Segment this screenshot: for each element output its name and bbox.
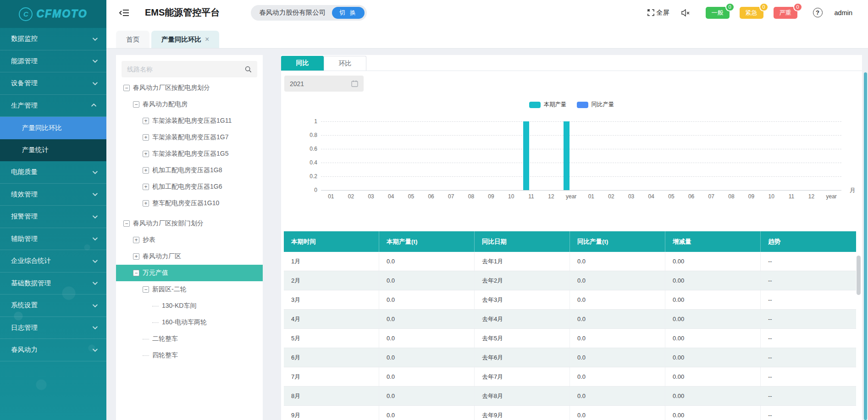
period-tab-1[interactable]: 环比 <box>324 56 366 71</box>
tree-node-12[interactable]: −新园区-二轮 <box>116 281 263 298</box>
tree-node-15[interactable]: 二轮整车 <box>116 331 263 347</box>
sidebar-item-7[interactable]: 辅助管理 <box>0 228 106 251</box>
tree-node-4[interactable]: +车架涂装配电房变压器1G5 <box>116 146 263 162</box>
x-axis-tick-label: year <box>561 193 581 200</box>
nav-tabbar: 首页产量同比环比× <box>106 25 868 49</box>
table-row: 3月0.0去年3月0.00.00-- <box>284 290 856 310</box>
x-axis-tick-label: 07 <box>441 193 461 200</box>
tree-collapse-icon[interactable]: − <box>133 270 139 276</box>
tree-node-2[interactable]: +车架涂装配电房变压器1G11 <box>116 113 263 129</box>
main-scrollbar[interactable] <box>864 72 867 420</box>
tree-expand-icon[interactable]: + <box>143 134 149 141</box>
tree-expand-icon[interactable]: + <box>133 253 139 260</box>
table-cell: 9月 <box>284 406 379 420</box>
sidebar-subitem-0[interactable]: 产量同比环比 <box>0 117 106 139</box>
sidebar-item-label: 报警管理 <box>11 212 38 221</box>
table-cell: 去年7月 <box>475 367 570 386</box>
content-area: −春风动力厂区按配电房划分−春风动力配电房+车架涂装配电房变压器1G11+车架涂… <box>106 49 868 420</box>
gridline <box>321 149 841 149</box>
tree-expand-icon[interactable]: + <box>133 237 139 243</box>
tree-node-16[interactable]: 四轮整车 <box>116 347 263 364</box>
tree-expand-icon[interactable]: + <box>143 151 149 157</box>
gridline <box>321 135 841 136</box>
tree-node-6[interactable]: +机加工配电房变压器1G6 <box>116 179 263 195</box>
tab-home[interactable]: 首页 <box>116 31 149 48</box>
tree-collapse-icon[interactable]: − <box>123 220 130 227</box>
legend-item-0[interactable]: 本期产量 <box>529 101 567 109</box>
tree-node-label: 万元产值 <box>143 269 168 277</box>
sidebar-item-5[interactable]: 绩效管理 <box>0 184 106 206</box>
sidebar-item-4[interactable]: 电能质量 <box>0 161 106 184</box>
user-menu[interactable]: admin <box>835 9 853 16</box>
sidebar-item-0[interactable]: 数据监控 <box>0 28 106 50</box>
table-cell: 0.00 <box>665 348 761 367</box>
table-cell: 0.0 <box>379 367 475 386</box>
tree-node-11[interactable]: −万元产值 <box>116 265 263 281</box>
table-row: 7月0.0去年7月0.00.00-- <box>284 367 856 387</box>
collapse-sidebar-icon[interactable] <box>119 9 129 17</box>
table-scrollbar[interactable] <box>857 256 861 295</box>
tree-node-7[interactable]: +整车配电房变压器1G10 <box>116 195 263 212</box>
table-cell: 0.0 <box>379 290 475 309</box>
table-row: 2月0.0去年2月0.00.00-- <box>284 271 856 290</box>
company-name: 春风动力股份有限公司 <box>259 8 326 17</box>
period-tab-0[interactable]: 同比 <box>281 56 324 71</box>
sidebar-item-9[interactable]: 基础数据管理 <box>0 273 106 295</box>
sidebar-item-6[interactable]: 报警管理 <box>0 206 106 228</box>
tree-node-8[interactable]: −春风动力厂区按部门划分 <box>116 215 263 232</box>
alarm-badge-1[interactable]: 紧急0 <box>740 7 763 19</box>
year-value: 2021 <box>290 80 351 87</box>
bar-current-output[interactable] <box>564 121 569 190</box>
legend-item-1[interactable]: 同比产量 <box>577 101 614 109</box>
tree-collapse-icon[interactable]: − <box>123 85 130 91</box>
tree-collapse-icon[interactable]: − <box>133 101 139 108</box>
fullscreen-button[interactable]: 全屏 <box>647 9 669 17</box>
gridline <box>321 176 841 177</box>
search-input[interactable] <box>127 65 245 73</box>
tree-node-9[interactable]: +抄表 <box>116 232 263 248</box>
sidebar-subitem-1[interactable]: 产量统计 <box>0 139 106 162</box>
x-axis-tick-label: 01 <box>321 193 341 200</box>
tree-node-13[interactable]: 130-KD车间 <box>116 298 263 314</box>
tree-expand-icon[interactable]: + <box>143 200 149 207</box>
tree-node-0[interactable]: −春风动力厂区按配电房划分 <box>116 80 263 96</box>
sidebar-item-8[interactable]: 企业综合统计 <box>0 250 106 273</box>
table-cell: 0.00 <box>665 290 761 309</box>
tree-expand-icon[interactable]: + <box>143 167 149 174</box>
help-icon[interactable]: ? <box>813 8 823 17</box>
bar-current-output[interactable] <box>523 121 529 190</box>
close-icon[interactable]: × <box>205 35 209 44</box>
sidebar-item-3[interactable]: 生产管理 <box>0 95 106 117</box>
chart-legend: 本期产量同比产量 <box>281 101 862 109</box>
sidebar-item-11[interactable]: 日志管理 <box>0 317 106 339</box>
table-cell: 0.0 <box>570 290 665 309</box>
table-cell: 去年6月 <box>475 348 570 367</box>
tree-collapse-icon[interactable]: − <box>143 286 149 293</box>
sidebar-item-label: 绩效管理 <box>11 190 38 199</box>
tree-node-14[interactable]: 160-电动车两轮 <box>116 314 263 331</box>
tree-node-3[interactable]: +车架涂装配电房变压器1G7 <box>116 129 263 146</box>
sidebar-item-2[interactable]: 设备管理 <box>0 72 106 95</box>
switch-company-button[interactable]: 切 换 <box>332 7 365 19</box>
tree-node-1[interactable]: −春风动力配电房 <box>116 96 263 113</box>
x-axis-tick-label: 09 <box>481 193 501 200</box>
alarm-badge-2[interactable]: 严重0 <box>774 7 797 19</box>
tree-node-label: 车架涂装配电房变压器1G11 <box>152 117 232 125</box>
tree-node-5[interactable]: +机加工配电房变压器1G8 <box>116 162 263 179</box>
chevron-down-icon <box>93 235 98 240</box>
sidebar-item-1[interactable]: 能源管理 <box>0 50 106 73</box>
calendar-icon <box>351 80 358 87</box>
x-axis-tick-label: 06 <box>681 193 702 200</box>
alarm-badge-0[interactable]: 一般0 <box>706 7 730 19</box>
logo[interactable]: C CFMOTO <box>0 0 106 28</box>
chevron-down-icon <box>93 169 98 174</box>
sidebar-item-10[interactable]: 系统设置 <box>0 295 106 317</box>
year-picker[interactable]: 2021 <box>284 76 364 92</box>
sidebar-item-12[interactable]: 春风动力 <box>0 339 106 361</box>
tree-node-10[interactable]: +春风动力厂区 <box>116 248 263 265</box>
tree-expand-icon[interactable]: + <box>143 184 149 190</box>
tab-active[interactable]: 产量同比环比× <box>151 31 219 48</box>
mute-icon[interactable] <box>681 9 690 16</box>
search-icon[interactable] <box>245 66 252 73</box>
tree-expand-icon[interactable]: + <box>143 118 149 124</box>
